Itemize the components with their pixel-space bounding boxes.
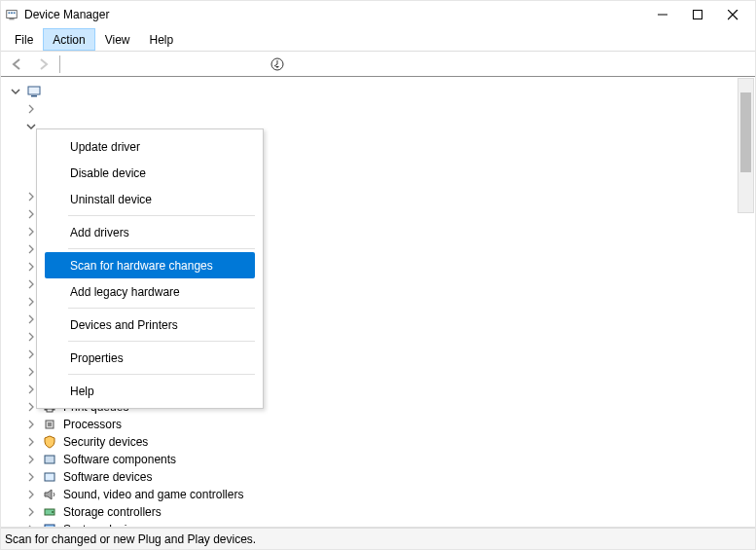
menu-disable-device[interactable]: Disable device xyxy=(37,160,263,186)
svg-rect-1 xyxy=(9,18,14,19)
tree-label: Software components xyxy=(63,453,176,466)
svg-rect-10 xyxy=(28,87,40,94)
svg-rect-0 xyxy=(7,11,18,18)
svg-rect-3 xyxy=(11,12,13,14)
minimize-button[interactable] xyxy=(656,8,669,21)
chevron-right-icon[interactable] xyxy=(24,488,38,501)
tree-label: Security devices xyxy=(63,435,148,449)
tree-root[interactable] xyxy=(1,83,755,100)
device-manager-window: Device Manager File Action View Help xyxy=(0,0,756,550)
menu-separator xyxy=(68,248,255,249)
svg-rect-6 xyxy=(694,11,702,19)
chevron-right-icon[interactable] xyxy=(24,435,38,449)
chevron-right-icon[interactable] xyxy=(24,453,38,466)
chevron-down-icon[interactable] xyxy=(9,85,22,98)
window-controls xyxy=(656,8,751,21)
tree-label: Software devices xyxy=(63,470,152,484)
menu-add-legacy[interactable]: Add legacy hardware xyxy=(37,278,263,305)
app-icon xyxy=(5,8,18,21)
tree-node-system[interactable]: System devices xyxy=(1,521,755,527)
menu-separator xyxy=(68,308,255,309)
menu-scan-hardware[interactable]: Scan for hardware changes xyxy=(45,252,255,278)
storage-icon xyxy=(42,504,57,520)
chevron-right-icon[interactable] xyxy=(24,505,38,519)
menubar: File Action View Help xyxy=(1,28,755,52)
svg-rect-11 xyxy=(31,95,37,97)
toolbar-separator xyxy=(59,55,60,73)
menu-uninstall-device[interactable]: Uninstall device xyxy=(37,186,263,212)
software-icon xyxy=(42,469,57,485)
menu-update-driver[interactable]: Update driver xyxy=(37,133,263,160)
svg-rect-30 xyxy=(45,473,54,481)
speaker-icon xyxy=(42,487,57,502)
scan-hardware-icon[interactable] xyxy=(267,54,288,75)
back-icon[interactable] xyxy=(7,54,28,75)
close-button[interactable] xyxy=(726,8,739,21)
tree-label: System devices xyxy=(63,523,145,527)
menu-help[interactable]: Help xyxy=(140,28,184,51)
menu-devices-printers[interactable]: Devices and Printers xyxy=(37,312,263,338)
tree-node-hidden-1[interactable] xyxy=(1,100,755,118)
svg-rect-28 xyxy=(48,422,52,426)
titlebar: Device Manager xyxy=(1,1,755,28)
component-icon xyxy=(42,452,57,467)
forward-icon[interactable] xyxy=(32,54,54,75)
chevron-right-icon[interactable] xyxy=(24,418,38,431)
chevron-right-icon[interactable] xyxy=(24,470,38,484)
menu-action[interactable]: Action xyxy=(43,28,94,51)
tree-label: Processors xyxy=(63,418,122,431)
window-title: Device Manager xyxy=(24,8,109,21)
svg-point-32 xyxy=(52,511,54,513)
menu-properties[interactable]: Properties xyxy=(37,345,263,371)
chevron-right-icon[interactable] xyxy=(24,523,38,527)
chevron-right-icon[interactable] xyxy=(24,102,38,116)
tree-node-security[interactable]: Security devices xyxy=(1,433,755,451)
menu-help-item[interactable]: Help xyxy=(37,378,263,404)
toolbar xyxy=(1,52,755,77)
system-icon xyxy=(42,522,57,527)
svg-rect-4 xyxy=(14,12,16,14)
menu-separator xyxy=(68,374,255,375)
tree-label: Sound, video and game controllers xyxy=(63,488,243,501)
main-content: Monitors Network adapters ? Other device… xyxy=(1,77,755,527)
vertical-scrollbar[interactable] xyxy=(738,78,754,213)
shield-icon xyxy=(42,434,57,450)
menu-file[interactable]: File xyxy=(5,28,43,51)
svg-rect-2 xyxy=(9,12,11,14)
tree-node-storage[interactable]: Storage controllers xyxy=(1,503,755,521)
svg-rect-26 xyxy=(47,409,53,412)
scrollbar-thumb[interactable] xyxy=(740,92,751,172)
status-bar: Scan for changed or new Plug and Play de… xyxy=(1,528,755,549)
menu-separator xyxy=(68,215,255,216)
computer-icon xyxy=(26,84,42,99)
tree-node-swdevices[interactable]: Software devices xyxy=(1,468,755,486)
tree-node-sound[interactable]: Sound, video and game controllers xyxy=(1,486,755,503)
menu-view[interactable]: View xyxy=(95,28,140,51)
action-menu-dropdown: Update driver Disable device Uninstall d… xyxy=(36,128,264,409)
status-text: Scan for changed or new Plug and Play de… xyxy=(5,532,256,546)
menu-add-drivers[interactable]: Add drivers xyxy=(37,219,263,245)
tree-label: Storage controllers xyxy=(63,505,162,519)
svg-rect-29 xyxy=(45,456,54,463)
cpu-icon xyxy=(42,417,57,432)
svg-rect-33 xyxy=(45,525,54,527)
tree-node-swcomponents[interactable]: Software components xyxy=(1,451,755,468)
tree-node-processors[interactable]: Processors xyxy=(1,416,755,433)
maximize-button[interactable] xyxy=(691,8,704,21)
menu-separator xyxy=(68,341,255,342)
